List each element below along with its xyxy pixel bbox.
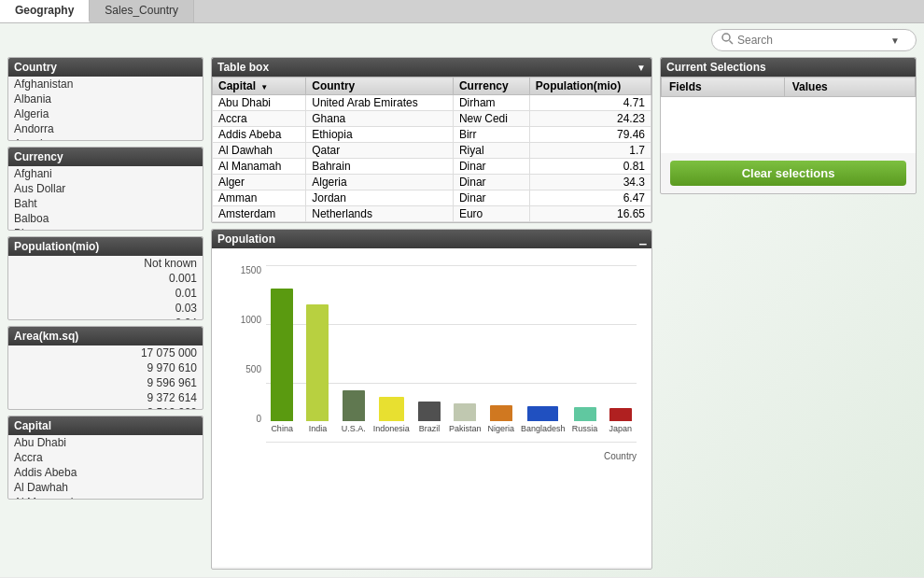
sort-icon: ▼ (260, 83, 268, 92)
y-axis: 1500 1000 500 0 (219, 256, 266, 433)
bar (454, 403, 476, 421)
list-item[interactable]: Andorra (8, 121, 203, 136)
list-item[interactable]: Accra (8, 450, 203, 465)
bar-group[interactable]: U.S.A. (338, 265, 370, 433)
left-panel: Country Afghanistan Albania Algeria Ando… (7, 57, 203, 570)
list-item[interactable]: Not known (8, 256, 203, 271)
bar-group[interactable]: Japan (605, 265, 637, 433)
data-table: Capital ▼ Country Currency Population(mi… (212, 77, 651, 222)
list-item[interactable]: Afghani (8, 166, 203, 181)
capital-filter-header: Capital (8, 416, 203, 435)
list-item[interactable]: Albania (8, 92, 203, 106)
tab-geography[interactable]: Geography (0, 0, 90, 22)
list-item[interactable]: Afghanistan (8, 77, 203, 92)
bar (343, 390, 365, 421)
values-col-header: Values (784, 78, 915, 97)
area-list[interactable]: 17 075 000 9 970 610 9 596 961 9 372 614… (8, 345, 203, 409)
list-item[interactable]: 0.01 (8, 286, 203, 301)
bar-label: Indonesia (373, 424, 410, 433)
bar-label: Brazil (419, 424, 441, 433)
bar-label: Bangladesh (521, 424, 566, 433)
table-row[interactable]: Abu DhabiUnited Arab EmiratesDirham4.71 (213, 95, 651, 111)
search-dropdown-icon[interactable]: ▼ (890, 35, 900, 46)
bar-group[interactable]: Nigeria (485, 265, 517, 433)
table-row[interactable]: AccraGhanaNew Cedi24.23 (213, 111, 651, 127)
table-row[interactable]: AlgerAlgeriaDinar34.3 (213, 175, 651, 190)
chart-title: Population (217, 233, 275, 246)
bar (306, 304, 329, 421)
table-row[interactable]: AmmanJordanDinar6.47 (213, 190, 651, 206)
bar-group[interactable]: Indonesia (373, 265, 410, 433)
svg-line-1 (730, 41, 734, 45)
table-row[interactable]: AmsterdamNetherlandsEuro16.65 (213, 206, 651, 222)
currency-filter-header: Currency (8, 148, 203, 166)
chart-minimize-icon[interactable]: ⎯ (639, 233, 646, 246)
table-row[interactable]: Al DawhahQatarRiyal1.7 (213, 143, 651, 159)
list-item[interactable]: 9 596 961 (8, 375, 203, 390)
bar (527, 406, 558, 421)
chart-header: Population ⎯ (212, 230, 651, 248)
tab-sales-country[interactable]: Sales_Country (90, 0, 194, 22)
search-input[interactable] (737, 34, 887, 47)
col-header-capital[interactable]: Capital ▼ (213, 78, 306, 95)
search-icon (721, 33, 734, 48)
country-list[interactable]: Afghanistan Albania Algeria Andorra Ango… (8, 77, 203, 140)
list-item[interactable]: Balboa (8, 211, 203, 226)
selections-body (662, 97, 916, 153)
list-item[interactable]: 0.04 (8, 316, 203, 319)
area-filter: Area(km.sq) 17 075 000 9 970 610 9 596 9… (7, 326, 203, 410)
bar-label: Japan (609, 424, 633, 433)
main-area: ▼ Country Afghanistan Albania Algeria An… (0, 23, 924, 577)
table-row[interactable]: Addis AbebaEthiopiaBirr79.46 (213, 127, 651, 143)
fields-col-header: Fields (662, 78, 785, 97)
population-filter: Population(mio) Not known 0.001 0.01 0.0… (7, 236, 203, 320)
table-box-header: Table box ▼ (212, 58, 651, 77)
clear-selections-button[interactable]: Clear selections (670, 161, 906, 186)
table-close-icon[interactable]: ▼ (637, 63, 646, 73)
bar-group[interactable]: Russia (568, 265, 600, 433)
list-item[interactable]: 8 512 000 (8, 405, 203, 409)
table-scroll[interactable]: Capital ▼ Country Currency Population(mi… (212, 77, 651, 222)
list-item[interactable]: 9 372 614 (8, 390, 203, 405)
list-item[interactable]: Baht (8, 196, 203, 211)
list-item[interactable]: Aus Dollar (8, 181, 203, 196)
search-box[interactable]: ▼ (711, 29, 917, 51)
col-header-currency[interactable]: Currency (453, 78, 529, 95)
currency-list[interactable]: Afghani Aus Dollar Baht Balboa Birr Boli… (8, 166, 203, 230)
list-item[interactable]: 0.001 (8, 271, 203, 286)
country-filter: Country Afghanistan Albania Algeria Ando… (7, 57, 203, 141)
bar-group[interactable]: India (301, 265, 333, 433)
population-list[interactable]: Not known 0.001 0.01 0.03 0.04 0.05 (8, 256, 203, 319)
list-item[interactable]: 17 075 000 (8, 345, 203, 360)
bar-label: India (309, 424, 328, 433)
capital-filter: Capital Abu Dhabi Accra Addis Abeba Al D… (7, 416, 203, 500)
current-selections-box: Current Selections Fields Values Clear s… (660, 57, 917, 194)
col-header-country[interactable]: Country (306, 78, 454, 95)
list-item[interactable]: Al Dawhah (8, 480, 203, 495)
population-chart-box: Population ⎯ 1500 1000 500 0 (211, 229, 652, 570)
table-box-title: Table box (217, 61, 269, 74)
bar-label: Nigeria (488, 424, 515, 433)
list-item[interactable]: Algeria (8, 106, 203, 121)
list-item[interactable]: Al Manamah (8, 495, 203, 499)
bar-group[interactable]: China (266, 265, 298, 433)
selections-table: Fields Values (661, 77, 916, 153)
chart-inner: 1500 1000 500 0 ChinaIndiaU.S.A.Indonesi… (212, 248, 651, 567)
list-item[interactable]: 0.03 (8, 301, 203, 316)
list-item[interactable]: Addis Abeba (8, 465, 203, 480)
country-filter-header: Country (8, 58, 203, 77)
bar-group[interactable]: Pakistan (449, 265, 482, 433)
bar-group[interactable]: Brazil (413, 265, 445, 433)
table-row[interactable]: Al ManamahBahrainDinar0.81 (213, 159, 651, 175)
right-panel: Current Selections Fields Values Clear s… (660, 57, 917, 570)
list-item[interactable]: Angola (8, 136, 203, 140)
tab-bar: Geography Sales_Country (0, 0, 924, 23)
bar-group[interactable]: Bangladesh (521, 265, 566, 433)
list-item[interactable]: Birr (8, 226, 203, 230)
list-item[interactable]: Abu Dhabi (8, 435, 203, 450)
bar-label: U.S.A. (342, 424, 366, 433)
population-filter-header: Population(mio) (8, 237, 203, 256)
capital-list[interactable]: Abu Dhabi Accra Addis Abeba Al Dawhah Al… (8, 435, 203, 499)
list-item[interactable]: 9 970 610 (8, 360, 203, 375)
col-header-population[interactable]: Population(mio) (529, 78, 651, 95)
